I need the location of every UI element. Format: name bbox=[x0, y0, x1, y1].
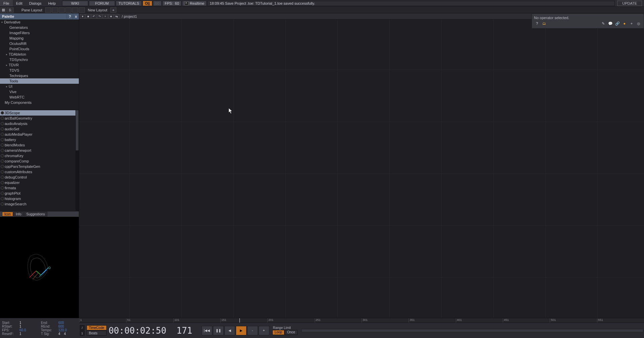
tree-item-vive[interactable]: Vive bbox=[0, 89, 79, 94]
layout-preset-5[interactable] bbox=[72, 7, 78, 13]
preview-tab-info[interactable]: Info bbox=[13, 212, 24, 216]
stat-rstart[interactable]: 1 bbox=[19, 325, 41, 328]
tree-item-oculusrift[interactable]: OculusRift bbox=[0, 41, 79, 46]
palette-help-button[interactable]: ? bbox=[67, 13, 73, 19]
rewind-button[interactable]: |◀◀ bbox=[202, 326, 212, 335]
net-back-button[interactable]: ↶ bbox=[91, 14, 97, 19]
stat-end[interactable]: 600 bbox=[58, 321, 77, 325]
menu-help[interactable]: Help bbox=[45, 0, 59, 6]
frame-display[interactable]: 171 bbox=[168, 326, 201, 336]
tree-root-derivative[interactable]: Derivative bbox=[0, 19, 79, 25]
fps-cap[interactable]: 60 bbox=[153, 1, 162, 6]
net-stop-button[interactable]: ■ bbox=[86, 14, 91, 19]
tree-item-tdvr[interactable]: TDVR bbox=[0, 62, 79, 68]
preview-tab-icon[interactable]: Icon bbox=[2, 212, 13, 216]
layout-preset-1[interactable] bbox=[45, 7, 51, 13]
play-button[interactable]: ▶ bbox=[236, 326, 247, 335]
pane-tool-1[interactable]: ▦ bbox=[0, 7, 6, 13]
list-item[interactable]: arcBallGeometry bbox=[0, 116, 79, 121]
op-create-button[interactable]: O|| bbox=[143, 1, 152, 6]
step-back-button[interactable]: - bbox=[247, 326, 258, 335]
list-item[interactable]: customAttributes bbox=[0, 169, 79, 175]
link-wiki[interactable]: WIKI bbox=[62, 1, 88, 6]
list-item[interactable]: cameraViewport bbox=[0, 148, 79, 153]
timeline-ruler[interactable]: 151101151201251301351401451501551600 bbox=[79, 318, 644, 323]
param-folder-icon[interactable]: 🗂 bbox=[542, 21, 546, 26]
tree-item-tools[interactable]: Tools bbox=[0, 78, 79, 84]
timecode-display[interactable]: 00:00:02:50 bbox=[107, 326, 168, 336]
network-grid[interactable] bbox=[79, 19, 644, 318]
tree-item-tdableton[interactable]: TDAbleton bbox=[0, 52, 79, 57]
tree-item-mapping[interactable]: Mapping bbox=[0, 36, 79, 41]
preview-tab-suggestions[interactable]: Suggestions bbox=[24, 212, 47, 216]
param-add-icon[interactable]: + bbox=[629, 21, 634, 26]
param-globe-icon[interactable]: ● bbox=[622, 21, 627, 26]
realtime-toggle[interactable]: Realtime bbox=[182, 1, 207, 6]
menu-dialogs[interactable]: Dialogs bbox=[26, 0, 45, 6]
layout-preset-4[interactable] bbox=[65, 7, 71, 13]
stat-fps[interactable]: 60.0 bbox=[19, 328, 41, 332]
pause-button[interactable]: ❚❚ bbox=[213, 326, 224, 335]
param-comment-icon[interactable]: 💬 bbox=[608, 21, 613, 26]
net-add-button[interactable]: + bbox=[103, 14, 108, 19]
net-bookmark-button[interactable]: ★ bbox=[108, 14, 114, 19]
list-item[interactable]: graphPlot bbox=[0, 191, 79, 196]
tree-item-tdsynchro[interactable]: TDSynchro bbox=[0, 57, 79, 62]
play-reverse-button[interactable]: ◀ bbox=[224, 326, 235, 335]
layout-preset-3[interactable] bbox=[59, 7, 65, 13]
list-item[interactable]: audioSet bbox=[0, 126, 79, 132]
list-item[interactable]: equalizer bbox=[0, 180, 79, 185]
list-item[interactable]: autoMediaPlayer bbox=[0, 132, 79, 137]
timeline-range-track[interactable] bbox=[302, 329, 643, 332]
playhead[interactable] bbox=[239, 318, 240, 323]
tab-beats[interactable]: Beats bbox=[87, 331, 107, 336]
tree-item-techniques[interactable]: Techniques bbox=[0, 73, 79, 78]
list-item[interactable]: debugControl bbox=[0, 175, 79, 180]
list-item[interactable]: 3DScope bbox=[0, 110, 79, 116]
new-layout-add[interactable]: + bbox=[110, 7, 116, 13]
param-edit-icon[interactable]: ✎ bbox=[601, 21, 606, 26]
list-item[interactable]: imageSearch bbox=[0, 201, 79, 207]
tree-item-imagefilters[interactable]: ImageFilters bbox=[0, 30, 79, 36]
stat-tempo[interactable]: 120.0 bbox=[58, 328, 77, 332]
layout-preset-2[interactable] bbox=[52, 7, 58, 13]
param-help-icon[interactable]: ? bbox=[535, 21, 539, 26]
list-item[interactable]: audioAnalysis bbox=[0, 121, 79, 126]
stat-rend[interactable]: 600 bbox=[58, 325, 77, 328]
menu-file[interactable]: File bbox=[0, 0, 13, 6]
layout-preset-6[interactable] bbox=[79, 7, 85, 13]
menu-edit[interactable]: Edit bbox=[13, 0, 26, 6]
stat-start[interactable]: 1 bbox=[19, 321, 41, 325]
net-forward-button[interactable]: ↷ bbox=[97, 14, 102, 19]
param-link-icon[interactable]: 🔗 bbox=[615, 21, 620, 26]
tree-item-generators[interactable]: Generators bbox=[0, 25, 79, 30]
update-button[interactable]: UPDATE bbox=[617, 1, 642, 6]
tab-timecode[interactable]: TimeCode bbox=[87, 325, 107, 330]
stat-resetf[interactable]: 1 bbox=[19, 332, 41, 336]
network-path[interactable]: / project1 bbox=[120, 14, 139, 18]
list-item[interactable]: cppParsTemplateGen bbox=[0, 164, 79, 169]
tree-item-pointclouds[interactable]: PointClouds bbox=[0, 46, 79, 52]
step-forward-button[interactable]: + bbox=[259, 326, 269, 335]
stat-tsig[interactable]: 4 4 bbox=[58, 332, 77, 336]
param-target-icon[interactable]: ◎ bbox=[636, 21, 641, 26]
link-forum[interactable]: FORUM bbox=[89, 1, 115, 6]
network-editor[interactable]: ▾ ■ ↶ ↷ + ★ ⇆ / project1 0 □ ⤢ No operat… bbox=[79, 13, 644, 318]
net-menu-button[interactable]: ▾ bbox=[80, 14, 85, 19]
once-button[interactable]: Once bbox=[285, 330, 298, 335]
checkbox-icon[interactable] bbox=[184, 1, 189, 5]
list-item[interactable]: compareComp bbox=[0, 158, 79, 164]
list-item[interactable]: battery bbox=[0, 137, 79, 142]
list-item[interactable]: histogram bbox=[0, 196, 79, 201]
tree-item-webrtc[interactable]: WebRTC bbox=[0, 94, 79, 100]
palette-close-button[interactable]: x bbox=[73, 13, 79, 19]
list-item[interactable]: firmata bbox=[0, 185, 79, 191]
link-tutorials[interactable]: TUTORIALS bbox=[116, 1, 142, 6]
list-item[interactable]: chromaKey bbox=[0, 153, 79, 158]
tree-item-ui[interactable]: UI bbox=[0, 84, 79, 89]
palette-list-scrollbar[interactable] bbox=[75, 110, 79, 211]
net-link-button[interactable]: ⇆ bbox=[114, 14, 119, 19]
tree-my-components[interactable]: My Components bbox=[0, 100, 79, 105]
loop-button[interactable]: Loop bbox=[272, 330, 284, 335]
list-item[interactable]: blendModes bbox=[0, 142, 79, 148]
